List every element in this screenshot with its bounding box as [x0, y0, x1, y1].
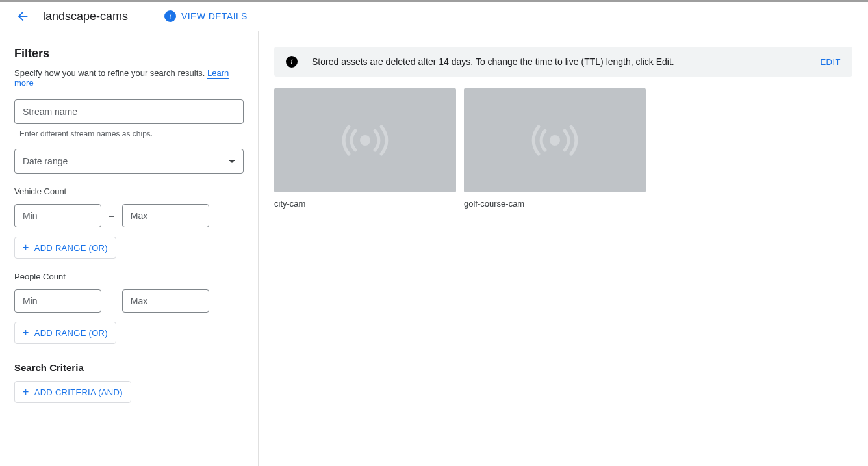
- stream-thumbnail: [464, 88, 646, 192]
- live-signal-icon: [340, 124, 390, 157]
- chevron-down-icon: [229, 160, 235, 163]
- banner-text: Stored assets are deleted after 14 days.…: [312, 57, 810, 67]
- range-dash: –: [109, 211, 114, 221]
- stream-cards: city-cam golf-course-cam: [274, 88, 852, 209]
- stream-card-label: city-cam: [274, 199, 456, 209]
- view-details-button[interactable]: i VIEW DETAILS: [164, 10, 248, 22]
- plus-icon: +: [23, 242, 29, 253]
- search-criteria-heading: Search Criteria: [14, 362, 244, 373]
- vehicle-add-range-button[interactable]: + ADD RANGE (OR): [14, 237, 116, 259]
- topbar: landscape-cams i VIEW DETAILS: [0, 0, 868, 31]
- people-count-range: Min – Max: [14, 289, 244, 313]
- stream-name-helper: Enter different stream names as chips.: [19, 129, 241, 138]
- info-icon: i: [286, 56, 298, 68]
- people-add-range-label: ADD RANGE (OR): [34, 328, 108, 338]
- range-dash: –: [109, 296, 114, 306]
- banner-edit-button[interactable]: EDIT: [820, 57, 841, 67]
- live-signal-icon: [530, 124, 580, 157]
- vehicle-count-range: Min – Max: [14, 204, 244, 227]
- filters-heading: Filters: [14, 47, 244, 60]
- view-details-label: VIEW DETAILS: [181, 11, 248, 21]
- people-min-input[interactable]: Min: [14, 289, 101, 313]
- plus-icon: +: [23, 387, 29, 397]
- info-banner: i Stored assets are deleted after 14 day…: [274, 47, 852, 77]
- add-criteria-button[interactable]: + ADD CRITERIA (AND): [14, 381, 131, 403]
- stream-name-placeholder: Stream name: [23, 107, 77, 117]
- people-count-label: People Count: [14, 272, 244, 281]
- stream-thumbnail: [274, 88, 456, 192]
- people-add-range-button[interactable]: + ADD RANGE (OR): [14, 322, 116, 344]
- svg-point-1: [550, 135, 560, 146]
- stream-name-input[interactable]: Stream name: [14, 99, 244, 124]
- vehicle-add-range-label: ADD RANGE (OR): [34, 243, 108, 253]
- main-content: i Stored assets are deleted after 14 day…: [259, 31, 868, 466]
- plus-icon: +: [23, 328, 29, 338]
- info-icon: i: [164, 10, 176, 22]
- filters-description-text: Specify how you want to refine your sear…: [14, 68, 205, 78]
- date-range-select[interactable]: Date range: [14, 149, 244, 174]
- vehicle-min-input[interactable]: Min: [14, 204, 101, 227]
- add-criteria-label: ADD CRITERIA (AND): [34, 387, 123, 397]
- vehicle-max-input[interactable]: Max: [122, 204, 209, 227]
- date-range-placeholder: Date range: [23, 156, 68, 166]
- svg-point-0: [360, 135, 370, 146]
- back-arrow-icon[interactable]: [16, 9, 30, 23]
- vehicle-count-label: Vehicle Count: [14, 187, 244, 196]
- filters-sidebar: Filters Specify how you want to refine y…: [0, 31, 259, 466]
- stream-card[interactable]: city-cam: [274, 88, 456, 209]
- stream-card-label: golf-course-cam: [464, 199, 646, 209]
- stream-card[interactable]: golf-course-cam: [464, 88, 646, 209]
- people-max-input[interactable]: Max: [122, 289, 209, 313]
- filters-description: Specify how you want to refine your sear…: [14, 68, 244, 88]
- page-title: landscape-cams: [43, 10, 128, 23]
